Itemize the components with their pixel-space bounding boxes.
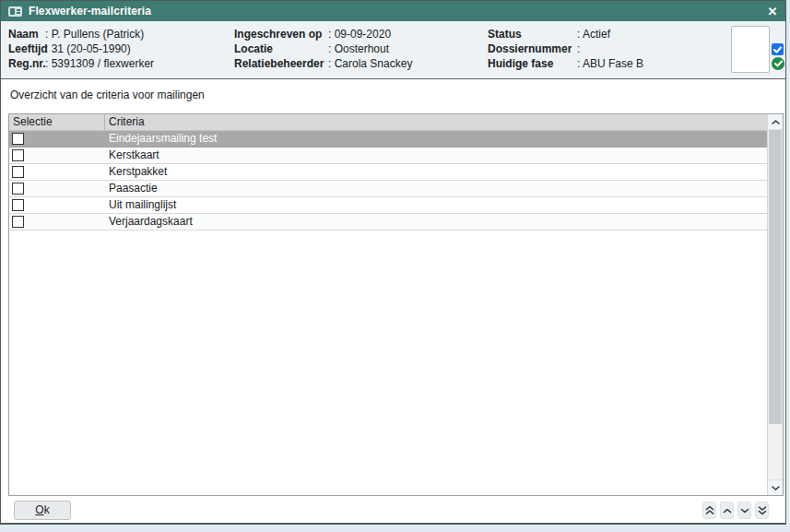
row-checkbox[interactable] <box>12 166 24 178</box>
criteria-cell: Kerstpakket <box>105 164 767 180</box>
last-record-icon[interactable] <box>755 502 769 519</box>
info-column-registration: Ingeschreven op : 09-09-2020 Locatie : O… <box>234 27 412 71</box>
info-row-dossiernummer: Dossiernummer : <box>488 41 643 56</box>
row-checkbox[interactable] <box>12 133 24 145</box>
table-row[interactable]: Kerstkaart <box>9 148 767 164</box>
table-row[interactable]: Eindejaarsmailing test <box>9 131 767 148</box>
status-flag-column <box>772 43 784 70</box>
previous-record-icon[interactable] <box>720 502 734 519</box>
selection-cell <box>9 199 105 211</box>
info-value: : <box>577 41 580 56</box>
table-row[interactable]: Verjaardagskaart <box>9 214 767 231</box>
scroll-down-icon[interactable] <box>768 479 783 495</box>
selection-cell <box>9 216 105 228</box>
titlebar: Flexwerker-mailcriteria ✕ <box>1 1 785 21</box>
ok-button-accesskey: O <box>35 503 43 516</box>
person-info-header: Naam : P. Pullens (Patrick) Leeftijd : 3… <box>1 21 785 79</box>
window-title: Flexwerker-mailcriteria <box>29 5 761 18</box>
info-value: : ABU Fase B <box>577 56 643 71</box>
table-row[interactable]: Paasactie <box>9 181 767 197</box>
scrollbar-thumb[interactable] <box>769 130 782 424</box>
info-value: : Oosterhout <box>328 41 389 56</box>
info-value: : P. Pullens (Patrick) <box>45 27 144 41</box>
info-label: Status <box>488 27 577 41</box>
record-navigation <box>702 502 769 519</box>
info-row-naam: Naam : P. Pullens (Patrick) <box>8 27 154 41</box>
info-label: Naam <box>8 27 45 41</box>
info-label: Huidige fase <box>488 56 577 71</box>
first-record-icon[interactable] <box>702 502 716 519</box>
contact-card-icon <box>8 6 22 17</box>
dialog-window: Flexwerker-mailcriteria ✕ Naam : P. Pull… <box>0 0 786 525</box>
green-check-circle-icon <box>772 57 784 70</box>
info-label: Ingeschreven op <box>234 27 328 41</box>
ok-button[interactable]: Ok <box>14 501 71 520</box>
info-label: Dossiernummer <box>488 41 577 56</box>
column-header-selectie: Selectie <box>9 114 105 130</box>
row-checkbox[interactable] <box>12 149 24 161</box>
info-row-relatiebeheerder: Relatiebeheerder : Carola Snackey <box>234 56 412 71</box>
info-column-status: Status : Actief Dossiernummer : Huidige … <box>488 27 643 71</box>
info-label: Reg.nr. <box>8 56 45 71</box>
table-rows: Eindejaarsmailing test Kerstkaart Kerstp… <box>9 131 767 231</box>
close-icon[interactable]: ✕ <box>761 5 784 18</box>
info-column-personal: Naam : P. Pullens (Patrick) Leeftijd : 3… <box>8 27 154 71</box>
vertical-scrollbar[interactable] <box>767 114 783 495</box>
next-record-icon[interactable] <box>737 502 751 519</box>
criteria-cell: Kerstkaart <box>105 148 767 163</box>
criteria-cell: Eindejaarsmailing test <box>105 131 767 147</box>
criteria-cell: Verjaardagskaart <box>105 214 767 230</box>
scroll-up-icon[interactable] <box>768 114 783 130</box>
info-value: : 5391309 / flexwerker <box>45 56 154 71</box>
info-row-ingeschreven: Ingeschreven op : 09-09-2020 <box>234 27 412 41</box>
photo-placeholder <box>731 26 770 73</box>
selection-cell <box>9 183 105 195</box>
info-label: Relatiebeheerder <box>234 56 328 71</box>
criteria-table: Selectie Criteria Eindejaarsmailing test… <box>8 113 784 496</box>
info-value: : 31 (20-05-1990) <box>45 41 131 56</box>
info-row-huidige-fase: Huidige fase : ABU Fase B <box>488 56 643 71</box>
table-row[interactable]: Kerstpakket <box>9 164 767 181</box>
row-checkbox[interactable] <box>12 199 24 211</box>
info-row-regnr: Reg.nr. : 5391309 / flexwerker <box>8 56 154 71</box>
info-value: : 09-09-2020 <box>328 27 391 41</box>
ok-button-rest: k <box>44 503 50 516</box>
selection-cell <box>9 133 105 145</box>
table-header-row: Selectie Criteria <box>9 114 767 131</box>
row-checkbox[interactable] <box>12 183 24 195</box>
info-row-leeftijd: Leeftijd : 31 (20-05-1990) <box>8 41 154 56</box>
selection-cell <box>9 166 105 178</box>
criteria-cell: Paasactie <box>105 181 767 196</box>
info-label: Locatie <box>234 41 328 56</box>
criteria-overview-caption: Overzicht van de criteria voor mailingen <box>10 89 205 101</box>
info-label: Leeftijd <box>8 41 45 56</box>
table-row[interactable]: Uit mailinglijst <box>9 197 767 214</box>
row-checkbox[interactable] <box>12 216 24 228</box>
info-value: : Carola Snackey <box>328 56 412 71</box>
column-header-criteria: Criteria <box>105 114 767 130</box>
dialog-content: Overzicht van de criteria voor mailingen… <box>1 80 785 523</box>
criteria-cell: Uit mailinglijst <box>105 197 767 213</box>
info-row-status: Status : Actief <box>488 27 643 41</box>
info-row-locatie: Locatie : Oosterhout <box>234 41 412 56</box>
blue-checked-checkbox-icon <box>772 43 784 55</box>
selection-cell <box>9 149 105 161</box>
info-value: : Actief <box>577 27 610 41</box>
